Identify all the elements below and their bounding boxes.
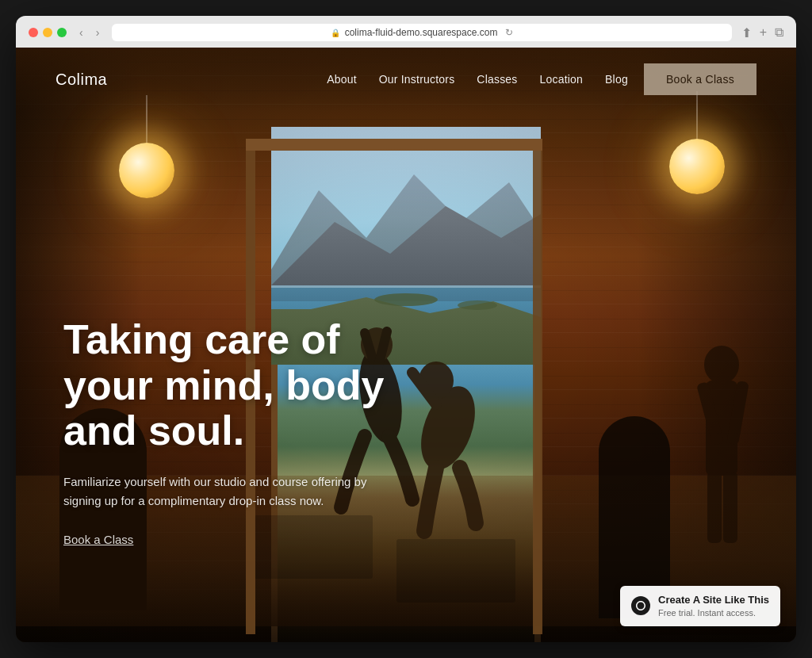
- hero-content: Taking care of your mind, body and soul.…: [63, 317, 428, 547]
- nav-link-instructors[interactable]: Our Instructors: [379, 73, 455, 86]
- nav-link-about[interactable]: About: [327, 73, 357, 86]
- svg-point-20: [704, 346, 739, 384]
- site-logo[interactable]: Colima: [56, 71, 327, 89]
- svg-rect-30: [246, 139, 542, 151]
- lock-icon: 🔒: [331, 29, 340, 37]
- badge-sub-text: Free trial. Instant access.: [658, 607, 769, 618]
- squarespace-badge[interactable]: Create A Site Like This Free trial. Inst…: [620, 586, 780, 626]
- squarespace-badge-text: Create A Site Like This Free trial. Inst…: [658, 594, 769, 618]
- badge-main-text: Create A Site Like This: [658, 594, 769, 607]
- svg-rect-25: [723, 472, 737, 543]
- browser-chrome: ‹ › 🔒 colima-fluid-demo.squarespace.com …: [16, 16, 796, 48]
- website-content: Colima About Our Instructors Classes Loc…: [16, 48, 796, 642]
- nav-link-blog[interactable]: Blog: [605, 73, 628, 86]
- refresh-icon[interactable]: ↻: [505, 27, 513, 38]
- new-tab-icon[interactable]: +: [760, 25, 767, 40]
- nav-link-location[interactable]: Location: [540, 73, 584, 86]
- address-bar[interactable]: 🔒 colima-fluid-demo.squarespace.com ↻: [112, 24, 731, 41]
- share-icon[interactable]: ⬆: [741, 25, 752, 40]
- hero-subtitle: Familiarize yourself with our studio and…: [63, 472, 381, 511]
- nav-links: About Our Instructors Classes Location B…: [327, 73, 628, 86]
- svg-rect-24: [707, 472, 722, 543]
- nav-link-classes[interactable]: Classes: [477, 73, 517, 86]
- squarespace-logo-icon: [631, 596, 650, 615]
- svg-rect-10: [396, 539, 515, 603]
- fullscreen-button[interactable]: [57, 28, 67, 37]
- nav-cta-button[interactable]: Book a Class: [644, 63, 756, 95]
- forward-button[interactable]: ›: [93, 25, 103, 40]
- browser-actions: ⬆ + ⧉: [741, 25, 783, 40]
- browser-window: ‹ › 🔒 colima-fluid-demo.squarespace.com …: [16, 16, 796, 642]
- svg-rect-29: [533, 139, 542, 634]
- hero-title: Taking care of your mind, body and soul.: [63, 317, 428, 453]
- tab-overview-icon[interactable]: ⧉: [775, 25, 783, 40]
- url-text: colima-fluid-demo.squarespace.com: [345, 27, 498, 38]
- minimize-button[interactable]: [43, 28, 52, 37]
- back-button[interactable]: ‹: [76, 25, 86, 40]
- close-button[interactable]: [29, 28, 38, 37]
- traffic-lights: [29, 28, 67, 37]
- browser-controls: ‹ ›: [76, 25, 102, 40]
- hero-cta-link[interactable]: Book a Class: [63, 533, 133, 546]
- navbar: Colima About Our Instructors Classes Loc…: [16, 48, 796, 111]
